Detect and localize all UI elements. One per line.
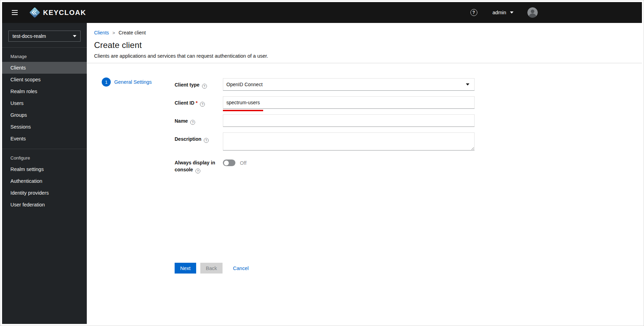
breadcrumb: Clients > Create client	[94, 30, 634, 35]
name-label: Name?	[175, 114, 223, 127]
sidebar-item-user-federation[interactable]: User federation	[2, 199, 87, 211]
sidebar-item-realm-settings[interactable]: Realm settings	[2, 163, 87, 175]
wizard-step-general-settings[interactable]: 1 General Settings	[102, 78, 175, 87]
nav-section-manage: Manage Clients Client scopes Realm roles…	[2, 48, 87, 145]
annotation-underline	[223, 110, 263, 111]
page-title: Create client	[94, 40, 634, 50]
always-display-toggle[interactable]	[223, 160, 235, 166]
caret-down-icon	[73, 35, 76, 37]
toggle-knob	[224, 161, 229, 165]
breadcrumb-current: Create client	[118, 30, 146, 35]
breadcrumb-clients-link[interactable]: Clients	[94, 30, 109, 35]
step-label: General Settings	[114, 79, 152, 85]
client-type-label: Client type?	[175, 78, 223, 91]
help-icon[interactable]: ?	[190, 120, 195, 125]
help-icon[interactable]: ?	[470, 9, 477, 16]
hamburger-icon	[12, 10, 18, 11]
required-asterisk: *	[196, 100, 198, 106]
sidebar-item-groups[interactable]: Groups	[2, 109, 87, 121]
nav-section-configure: Configure Realm settings Authentication …	[2, 149, 87, 211]
user-name: admin	[493, 10, 507, 15]
avatar[interactable]	[527, 7, 538, 18]
breadcrumb-separator-icon: >	[112, 30, 115, 35]
help-icon[interactable]: ?	[195, 169, 200, 173]
back-button[interactable]: Back	[200, 263, 223, 274]
always-display-row: Always display in console? Off	[175, 156, 642, 173]
main-content: Clients > Create client Create client Cl…	[87, 23, 642, 324]
realm-selector-value: test-docs-realm	[12, 33, 46, 39]
nav-section-title: Configure	[2, 149, 87, 163]
sidebar-item-events[interactable]: Events	[2, 133, 87, 145]
realm-selector-block: test-docs-realm	[2, 23, 87, 48]
caret-down-icon	[510, 11, 513, 14]
wizard-form: Client type? OpenID Connect Client ID	[175, 63, 642, 324]
sidebar-item-authentication[interactable]: Authentication	[2, 175, 87, 187]
sidebar-item-users[interactable]: Users	[2, 97, 87, 109]
page-layout: test-docs-realm Manage Clients Client sc…	[2, 23, 642, 324]
wizard-footer: Next Back Cancel	[175, 263, 642, 274]
app-window: KEYCLOAK ? admin test-docs-realm	[0, 0, 644, 326]
description-row: Description?	[175, 132, 642, 150]
sidebar-item-client-scopes[interactable]: Client scopes	[2, 74, 87, 85]
masthead-actions: ? admin	[470, 7, 538, 18]
client-type-select[interactable]: OpenID Connect	[223, 78, 475, 91]
client-type-row: Client type? OpenID Connect	[175, 78, 642, 91]
nav-section-title: Manage	[2, 48, 87, 62]
keycloak-logo-icon	[29, 7, 41, 18]
user-menu[interactable]: admin	[493, 10, 514, 15]
next-button[interactable]: Next	[175, 263, 196, 274]
client-id-input[interactable]	[223, 96, 475, 109]
help-icon[interactable]: ?	[200, 102, 205, 107]
toggle-state-label: Off	[240, 160, 246, 166]
description-textarea[interactable]	[223, 132, 475, 150]
cancel-button[interactable]: Cancel	[227, 263, 254, 274]
brand-wordmark: KEYCLOAK	[43, 9, 86, 17]
sidebar-item-identity-providers[interactable]: Identity providers	[2, 187, 87, 199]
nav-toggle-button[interactable]	[11, 8, 18, 17]
client-id-label: Client ID*?	[175, 96, 223, 109]
wizard-nav: 1 General Settings	[87, 63, 175, 324]
sidebar-item-realm-roles[interactable]: Realm roles	[2, 85, 87, 97]
name-row: Name?	[175, 114, 642, 127]
realm-selector[interactable]: test-docs-realm	[8, 31, 81, 42]
sidebar-item-sessions[interactable]: Sessions	[2, 121, 87, 133]
create-client-wizard: 1 General Settings Client type? OpenID C…	[87, 63, 642, 324]
page-header: Clients > Create client Create client Cl…	[87, 23, 642, 63]
brand-logo: KEYCLOAK	[29, 7, 86, 18]
name-input[interactable]	[223, 114, 475, 127]
client-type-value: OpenID Connect	[226, 82, 262, 87]
sidebar-item-clients[interactable]: Clients	[2, 62, 87, 74]
step-number-badge: 1	[102, 78, 111, 87]
caret-down-icon	[466, 83, 469, 85]
help-icon[interactable]: ?	[204, 138, 209, 143]
description-label: Description?	[175, 132, 223, 150]
sidebar: test-docs-realm Manage Clients Client sc…	[2, 23, 87, 324]
masthead: KEYCLOAK ? admin	[2, 2, 642, 23]
page-subtitle: Clients are applications and services th…	[94, 53, 634, 59]
help-icon[interactable]: ?	[202, 84, 207, 89]
client-id-row: Client ID*?	[175, 96, 642, 109]
always-display-label: Always display in console?	[175, 156, 223, 173]
